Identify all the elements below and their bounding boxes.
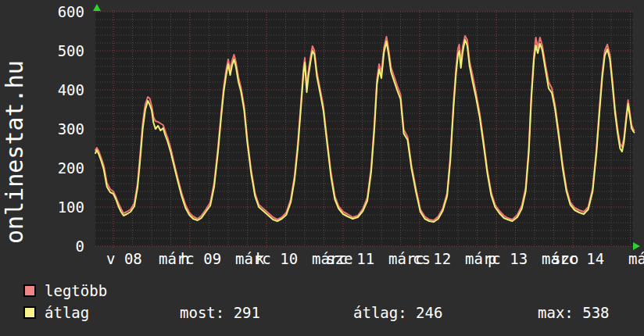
x-day-label: cs: [413, 251, 431, 266]
y-tick-label: 500: [23, 43, 84, 59]
y-tick-label: 0: [23, 238, 84, 254]
legend-swatch-icon: [23, 306, 36, 319]
y-tick-label: 200: [23, 160, 84, 176]
y-tick-label: 400: [23, 82, 84, 98]
y-axis-arrow-icon: [93, 4, 101, 11]
legend-swatch-icon: [23, 284, 36, 297]
x-day-label: szo: [552, 251, 578, 266]
x-date-label: má: [628, 251, 644, 266]
graph-screen: onlinestat.hu 0100200300400500600 v 08má…: [0, 0, 644, 336]
y-tick-label: 600: [23, 4, 84, 20]
x-day-label: sze: [326, 251, 352, 266]
stat-most: most: 291: [180, 304, 260, 321]
y-tick-label: 100: [23, 199, 84, 215]
stat-max: max: 538: [538, 304, 610, 321]
y-tick-label: 300: [23, 121, 84, 137]
legend-label: átlag: [45, 304, 89, 321]
legend-label: legtöbb: [45, 282, 107, 299]
x-day-label: h: [181, 251, 189, 266]
stat-atlag: átlag: 246: [353, 304, 442, 321]
x-axis-arrow-icon: [633, 242, 640, 250]
x-day-label: k: [256, 251, 264, 266]
x-date-label: márc 09: [159, 251, 221, 266]
plot-background: [95, 12, 633, 246]
x-day-label: p: [488, 251, 496, 266]
x-date-label: márc 10: [235, 251, 298, 266]
x-date-label: v 08: [106, 251, 142, 266]
